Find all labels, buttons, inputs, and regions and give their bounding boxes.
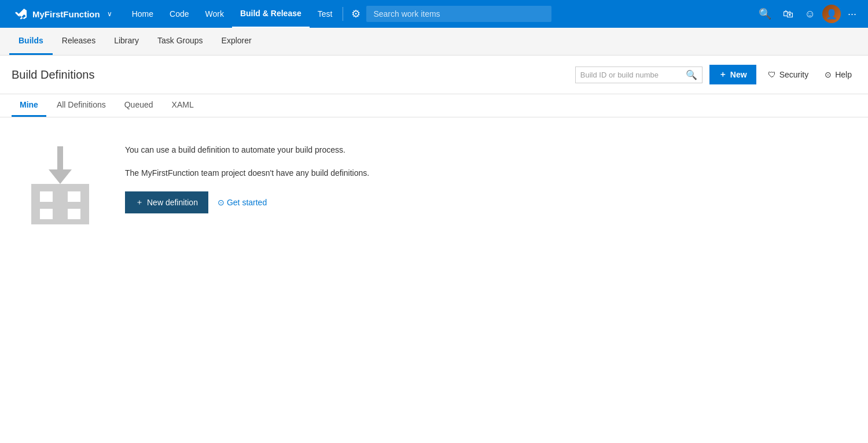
subnav-task-groups[interactable]: Task Groups bbox=[148, 28, 212, 55]
user-avatar[interactable]: 👤 bbox=[822, 5, 841, 23]
nav-test[interactable]: Test bbox=[310, 0, 341, 28]
plus-icon: ＋ bbox=[719, 69, 727, 80]
avatar-image: 👤 bbox=[822, 5, 841, 23]
content-tabs: Mine All Definitions Queued XAML bbox=[0, 94, 868, 117]
svg-rect-3 bbox=[40, 191, 53, 202]
tab-all-definitions[interactable]: All Definitions bbox=[49, 94, 114, 117]
settings-gear-icon[interactable]: ⚙ bbox=[345, 8, 366, 20]
empty-main-text: You can use a build definition to automa… bbox=[125, 145, 369, 154]
subnav-releases[interactable]: Releases bbox=[53, 28, 105, 55]
build-icon-svg bbox=[20, 141, 101, 233]
get-started-label: Get started bbox=[227, 198, 267, 207]
nav-code[interactable]: Code bbox=[161, 0, 197, 28]
vs-logo bbox=[14, 7, 28, 21]
work-items-search-input[interactable] bbox=[366, 6, 551, 22]
build-search-input[interactable] bbox=[580, 71, 683, 79]
nav-divider bbox=[343, 7, 343, 21]
brand[interactable]: MyFirstFunction ∨ bbox=[7, 7, 119, 21]
svg-marker-1 bbox=[49, 169, 72, 184]
nav-search-area bbox=[366, 6, 753, 22]
shield-icon: 🛡 bbox=[768, 70, 776, 79]
content-header: Build Definitions 🔍 ＋ New 🛡 Security ⊙ H… bbox=[0, 56, 868, 94]
tab-queued[interactable]: Queued bbox=[116, 94, 161, 117]
new-def-plus-icon: ＋ bbox=[135, 197, 144, 208]
build-illustration bbox=[14, 141, 106, 233]
subnav-library[interactable]: Library bbox=[105, 28, 148, 55]
shopping-bag-icon[interactable]: 🛍 bbox=[778, 8, 798, 20]
svg-rect-6 bbox=[68, 209, 80, 219]
more-icon[interactable]: ··· bbox=[843, 8, 861, 20]
new-definition-label: New definition bbox=[147, 198, 198, 207]
help-button-label: Help bbox=[835, 70, 852, 79]
top-nav: MyFirstFunction ∨ Home Code Work Build &… bbox=[0, 0, 868, 28]
brand-chevron-icon: ∨ bbox=[107, 10, 112, 18]
subnav-builds[interactable]: Builds bbox=[9, 28, 53, 55]
security-button-label: Security bbox=[779, 70, 809, 79]
help-button[interactable]: ⊙ Help bbox=[820, 67, 856, 83]
security-button[interactable]: 🛡 Security bbox=[763, 67, 814, 83]
help-circle-icon: ⊙ bbox=[825, 70, 832, 79]
empty-sub-text: The MyFirstFunction team project doesn't… bbox=[125, 168, 369, 178]
svg-rect-4 bbox=[68, 191, 80, 202]
svg-rect-5 bbox=[40, 209, 53, 219]
sub-nav: Builds Releases Library Task Groups Expl… bbox=[0, 28, 868, 56]
nav-build-release[interactable]: Build & Release bbox=[232, 0, 310, 28]
new-button-label: New bbox=[730, 70, 747, 79]
nav-home[interactable]: Home bbox=[124, 0, 161, 28]
tab-xaml[interactable]: XAML bbox=[164, 94, 202, 117]
get-started-help-icon: ⊙ bbox=[218, 198, 225, 207]
build-search-box: 🔍 bbox=[575, 67, 703, 83]
empty-actions: ＋ New definition ⊙ Get started bbox=[125, 191, 369, 213]
nav-links: Home Code Work Build & Release Test bbox=[124, 0, 341, 28]
new-button[interactable]: ＋ New bbox=[709, 65, 756, 84]
get-started-link[interactable]: ⊙ Get started bbox=[218, 198, 267, 207]
nav-icon-area: 🔍 🛍 ☺ 👤 ··· bbox=[754, 5, 861, 23]
search-icon-btn[interactable]: 🔍 bbox=[754, 8, 776, 20]
empty-content: You can use a build definition to automa… bbox=[125, 141, 369, 213]
new-definition-button[interactable]: ＋ New definition bbox=[125, 191, 208, 213]
tab-mine[interactable]: Mine bbox=[12, 94, 46, 117]
nav-work[interactable]: Work bbox=[197, 0, 232, 28]
header-actions: 🔍 ＋ New 🛡 Security ⊙ Help bbox=[575, 65, 856, 84]
build-search-icon[interactable]: 🔍 bbox=[686, 69, 697, 80]
empty-state: You can use a build definition to automa… bbox=[0, 117, 868, 256]
subnav-explorer[interactable]: Explorer bbox=[212, 28, 261, 55]
page-title: Build Definitions bbox=[12, 68, 575, 82]
smiley-icon[interactable]: ☺ bbox=[800, 8, 820, 20]
brand-name: MyFirstFunction bbox=[32, 9, 100, 19]
